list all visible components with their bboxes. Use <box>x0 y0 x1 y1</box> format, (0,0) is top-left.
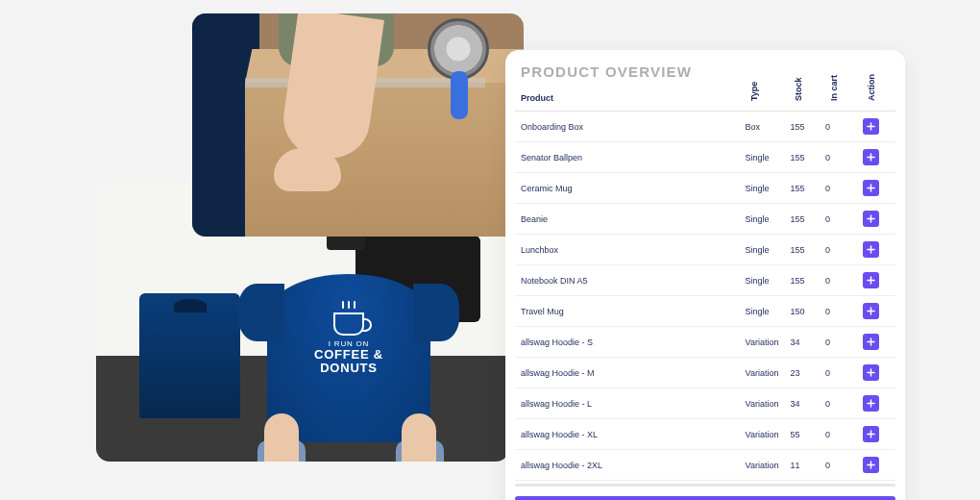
cell-type: Variation <box>740 450 785 481</box>
cell-in-cart: 0 <box>820 450 857 481</box>
add-to-cart-button[interactable] <box>863 149 879 165</box>
cell-action <box>857 235 895 265</box>
cell-type: Variation <box>740 388 785 419</box>
tape-dispenser-icon <box>418 18 504 114</box>
cell-stock: 150 <box>784 296 820 327</box>
cell-in-cart: 0 <box>820 265 857 296</box>
cell-stock: 34 <box>784 388 820 419</box>
coffee-cup-icon <box>333 312 364 336</box>
cell-action <box>857 173 895 204</box>
shirt-print: I RUN ON COFFEE & DONUTS <box>301 312 397 374</box>
cell-product: Notebook DIN A5 <box>515 265 740 296</box>
add-to-cart-button[interactable] <box>863 457 879 473</box>
table-row: Travel MugSingle1500 <box>515 296 895 327</box>
cell-action <box>857 327 895 358</box>
cell-action <box>857 142 895 173</box>
cell-action <box>857 112 895 142</box>
plus-icon <box>867 338 875 346</box>
cell-in-cart: 0 <box>820 204 857 235</box>
cell-type: Variation <box>740 419 785 450</box>
cell-in-cart: 0 <box>820 112 857 142</box>
plus-icon <box>867 461 875 469</box>
table-row: LunchboxSingle1550 <box>515 235 895 265</box>
plus-icon <box>867 307 875 315</box>
cell-type: Single <box>740 296 785 327</box>
col-action: Action <box>857 88 895 112</box>
cell-type: Single <box>740 204 785 235</box>
cell-product: allswag Hoodie - M <box>515 358 740 388</box>
cell-product: allswag Hoodie - XL <box>515 419 740 450</box>
table-row: allswag Hoodie - MVariation230 <box>515 358 895 388</box>
product-overview-card: PRODUCT OVERVIEW Product Type Stock In c… <box>505 50 905 500</box>
cell-product: Senator Ballpen <box>515 142 740 173</box>
table-row: allswag Hoodie - SVariation340 <box>515 327 895 358</box>
table-row: Onboarding BoxBox1550 <box>515 112 895 142</box>
plus-icon <box>867 430 875 438</box>
cell-action <box>857 450 895 481</box>
cell-type: Variation <box>740 327 785 358</box>
table-row: allswag Hoodie - 2XLVariation110 <box>515 450 895 481</box>
cell-stock: 34 <box>784 327 820 358</box>
add-to-cart-button[interactable] <box>863 395 879 412</box>
add-to-cart-button[interactable] <box>863 211 879 227</box>
cell-stock: 155 <box>784 173 820 204</box>
cell-action <box>857 419 895 450</box>
plus-icon <box>867 399 875 408</box>
cell-type: Single <box>740 142 785 173</box>
plus-icon <box>867 276 875 285</box>
cell-stock: 23 <box>784 358 820 388</box>
cell-stock: 155 <box>784 265 820 296</box>
cell-product: Onboarding Box <box>515 112 740 142</box>
cell-product: allswag Hoodie - L <box>515 388 740 419</box>
add-to-cart-button[interactable] <box>863 334 879 350</box>
col-in-cart: In cart <box>820 88 857 112</box>
plus-icon <box>867 214 875 223</box>
table-row: Ceramic MugSingle1550 <box>515 173 895 204</box>
cell-product: Beanie <box>515 204 740 235</box>
plus-icon <box>867 122 875 131</box>
shirt-text-line2b: DONUTS <box>301 362 397 375</box>
col-type: Type <box>740 88 785 112</box>
add-to-cart-button[interactable] <box>863 364 879 381</box>
cell-action <box>857 358 895 388</box>
cell-action <box>857 296 895 327</box>
cell-type: Single <box>740 235 785 265</box>
add-to-cart-button[interactable] <box>863 180 879 196</box>
cell-type: Single <box>740 173 785 204</box>
cell-type: Single <box>740 265 785 296</box>
cell-in-cart: 0 <box>820 419 857 450</box>
cell-in-cart: 0 <box>820 296 857 327</box>
table-row: Senator BallpenSingle1550 <box>515 142 895 173</box>
add-to-cart-button[interactable] <box>863 426 879 442</box>
plus-icon <box>867 184 875 192</box>
cell-stock: 155 <box>784 142 820 173</box>
photo-packaging <box>192 13 524 237</box>
add-to-cart-button[interactable] <box>863 303 879 319</box>
cell-product: allswag Hoodie - 2XL <box>515 450 740 481</box>
cell-product: Lunchbox <box>515 235 740 265</box>
product-table: Product Type Stock In cart Action Onboar… <box>515 88 895 481</box>
add-to-cart-button[interactable] <box>863 118 879 135</box>
add-to-cart-button[interactable] <box>863 241 879 258</box>
table-row: Notebook DIN A5Single1550 <box>515 265 895 296</box>
table-row: allswag Hoodie - LVariation340 <box>515 388 895 419</box>
shirt-text-line2a: COFFEE & <box>301 348 397 362</box>
cell-action <box>857 388 895 419</box>
plus-icon <box>867 245 875 254</box>
add-to-cart-button[interactable] <box>863 272 879 288</box>
cell-product: allswag Hoodie - S <box>515 327 740 358</box>
cell-action <box>857 265 895 296</box>
cell-in-cart: 0 <box>820 173 857 204</box>
cell-in-cart: 0 <box>820 235 857 265</box>
cell-stock: 11 <box>784 450 820 481</box>
cell-stock: 155 <box>784 204 820 235</box>
cell-stock: 155 <box>784 112 820 142</box>
cell-in-cart: 0 <box>820 358 857 388</box>
col-stock: Stock <box>784 88 820 112</box>
col-product: Product <box>515 88 740 112</box>
plus-icon <box>867 368 875 377</box>
cell-stock: 155 <box>784 235 820 265</box>
cell-in-cart: 0 <box>820 142 857 173</box>
submit-order-button[interactable]: SUBMIT ORDER <box>515 496 895 500</box>
cell-in-cart: 0 <box>820 388 857 419</box>
